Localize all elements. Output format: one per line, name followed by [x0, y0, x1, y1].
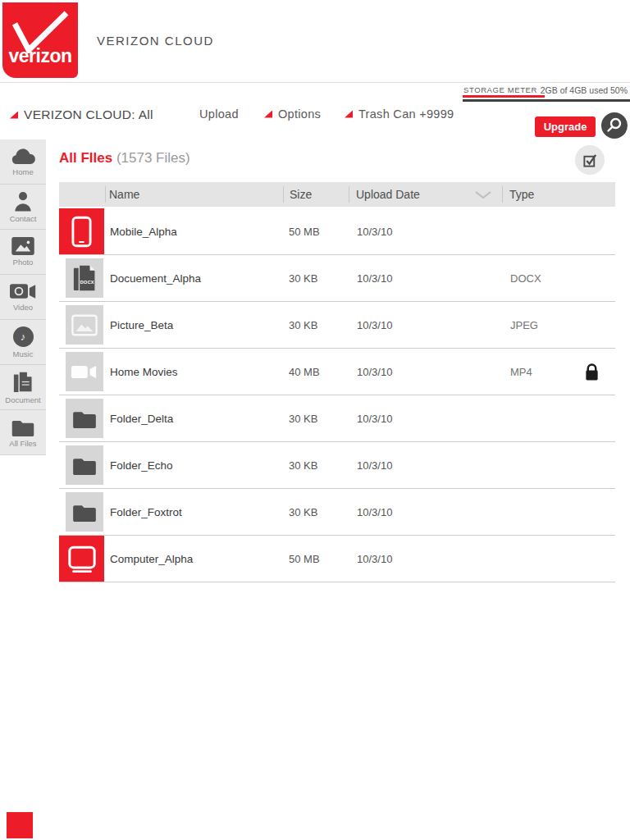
nav-options-menu[interactable]: Options — [264, 107, 321, 121]
nav-options-label: Options — [278, 107, 321, 121]
file-size: 30 KB — [289, 272, 317, 285]
picture-icon — [71, 314, 98, 336]
app-title: VERIZON CLOUD — [97, 34, 214, 48]
red-triangle-icon — [345, 111, 353, 118]
logo-wordmark: verizon — [2, 45, 78, 67]
sidebar-item-contact[interactable]: Contact — [0, 185, 46, 230]
column-header-name[interactable]: Name — [109, 188, 139, 201]
sidebar-item-document[interactable]: Document — [0, 365, 46, 410]
storage-usage-text: 2GB of 4GB used 50% — [541, 85, 628, 95]
file-size: 30 KB — [289, 319, 317, 331]
upgrade-button[interactable]: Upgrade — [535, 116, 596, 137]
file-size: 50 MB — [289, 553, 320, 565]
page-title: All FIles (1573 Files) — [59, 150, 190, 167]
file-date: 10/3/10 — [357, 226, 392, 238]
music-note-icon: ♪ — [13, 326, 34, 347]
file-name: Folder_Echo — [110, 459, 173, 472]
verizon-logo[interactable]: verizon — [2, 2, 78, 78]
table-row[interactable]: Picture_Beta 30 KB 10/3/10 JPEG — [59, 302, 615, 349]
nav-context-menu[interactable]: VERIZON CLOUD: All — [10, 107, 153, 122]
folder-icon — [71, 455, 98, 475]
sidebar-label: Contact — [10, 214, 37, 223]
device-tile — [59, 208, 104, 254]
search-button[interactable] — [601, 112, 628, 139]
svg-text:DOCX: DOCX — [80, 280, 94, 285]
sidebar-label: Document — [5, 395, 40, 404]
nav-upload-label: Upload — [199, 107, 239, 121]
file-name: Computer_Alpha — [110, 553, 193, 565]
file-date: 10/3/10 — [357, 459, 392, 472]
table-row[interactable]: Computer_Alpha 50 MB 10/3/10 — [59, 536, 615, 582]
folder-icon — [71, 502, 98, 522]
table-header: Name Size Upload Date Type — [59, 182, 615, 207]
file-name: Folder_Foxtrot — [110, 506, 182, 518]
page-title-text: All FIles — [59, 150, 112, 166]
file-name: Home Movies — [110, 366, 178, 378]
table-row[interactable]: Folder_Delta 30 KB 10/3/10 — [59, 395, 615, 442]
table-row[interactable]: Folder_Echo 30 KB 10/3/10 — [59, 442, 615, 489]
docx-file-icon: DOCX — [72, 263, 97, 293]
main-content: All FIles (1573 Files) Name Size Upload … — [59, 139, 615, 582]
column-header-size[interactable]: Size — [290, 188, 312, 201]
file-tile: DOCX — [66, 258, 103, 298]
sidebar-label: Photo — [13, 258, 34, 267]
select-all-button[interactable] — [575, 145, 605, 175]
file-size: 30 KB — [289, 506, 317, 518]
sidebar: Home Contact Photo Video ♪ Music — [0, 139, 46, 455]
device-tile — [59, 536, 104, 582]
search-icon — [605, 116, 624, 135]
sidebar-item-music[interactable]: ♪ Music — [0, 320, 46, 365]
file-tile — [66, 352, 103, 391]
file-size: 40 MB — [289, 366, 320, 378]
nav-upload-button[interactable]: Upload — [199, 107, 239, 121]
checkbox-check-icon — [582, 153, 598, 168]
file-name: Mobile_Alpha — [110, 226, 177, 238]
file-date: 10/3/10 — [357, 506, 392, 518]
column-divider — [283, 186, 284, 203]
sidebar-item-all-files[interactable]: All Files — [0, 410, 46, 455]
file-type: JPEG — [510, 319, 538, 331]
sidebar-label: Music — [13, 349, 34, 358]
photo-icon — [11, 237, 34, 255]
red-triangle-icon — [264, 111, 272, 118]
sidebar-item-home[interactable]: Home — [0, 139, 46, 185]
red-square-mark — [7, 812, 33, 838]
column-divider — [105, 186, 106, 203]
table-row[interactable]: DOCX Docuement_Alpha 30 KB 10/3/10 DOCX — [59, 255, 615, 302]
red-triangle-icon — [10, 112, 18, 119]
column-divider — [502, 186, 503, 203]
folder-icon — [71, 409, 98, 428]
column-divider — [349, 186, 349, 203]
file-date: 10/3/10 — [357, 272, 392, 285]
folder-icon — [10, 418, 36, 436]
header-divider — [0, 82, 630, 83]
sidebar-label: Video — [13, 303, 33, 312]
file-date: 10/3/10 — [357, 366, 392, 378]
sidebar-label: All Files — [9, 439, 36, 448]
folder-tile — [66, 492, 103, 532]
folder-tile — [66, 399, 103, 438]
table-row[interactable]: Mobile_Alpha 50 MB 10/3/10 — [59, 208, 615, 255]
video-camera-icon — [10, 283, 37, 300]
column-header-type[interactable]: Type — [509, 188, 534, 201]
file-name: Docuement_Alpha — [110, 272, 201, 285]
file-size: 30 KB — [289, 459, 317, 472]
nav-context-label: VERIZON CLOUD: All — [24, 107, 153, 122]
sidebar-item-photo[interactable]: Photo — [0, 230, 46, 275]
cloud-icon — [10, 148, 36, 165]
file-type: MP4 — [510, 366, 532, 378]
column-header-upload-date[interactable]: Upload Date — [356, 188, 420, 201]
person-icon — [14, 191, 32, 212]
storage-bar-total — [463, 99, 630, 102]
smartphone-icon — [71, 216, 92, 248]
nav-trash-label: Trash Can +9999 — [358, 107, 454, 121]
sidebar-label: Home — [12, 167, 33, 176]
chevron-down-icon[interactable] — [474, 190, 492, 199]
table-row[interactable]: Folder_Foxtrot 30 KB 10/3/10 — [59, 489, 615, 536]
file-size: 30 KB — [289, 413, 317, 425]
nav-trash-menu[interactable]: Trash Can +9999 — [345, 107, 454, 121]
table-row[interactable]: Home Movies 40 MB 10/3/10 MP4 — [59, 349, 615, 395]
sidebar-item-video[interactable]: Video — [0, 275, 46, 320]
file-name: Folder_Delta — [110, 413, 173, 425]
folder-tile — [66, 445, 103, 485]
